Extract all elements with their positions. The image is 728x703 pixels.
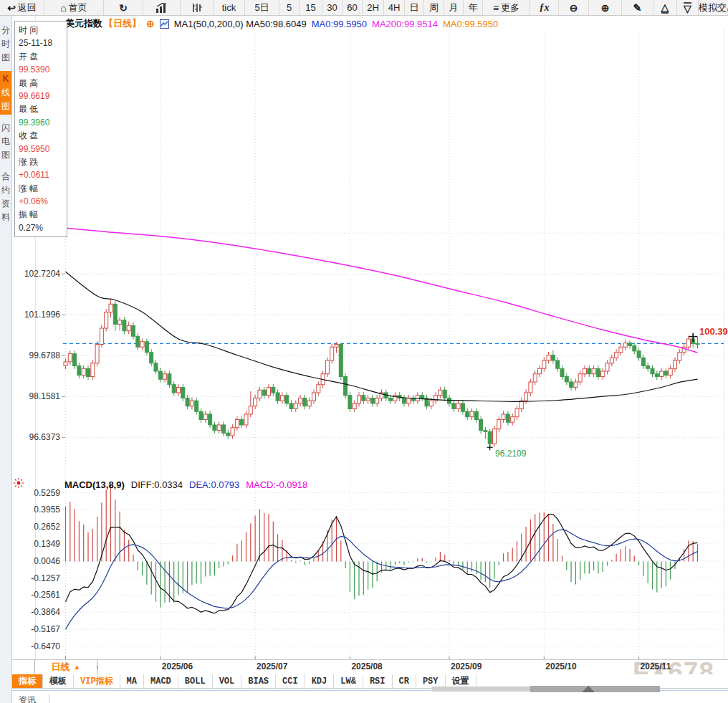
zoom-out-icon: ⊖ bbox=[570, 3, 578, 13]
info-value: 99.3960 bbox=[19, 116, 67, 129]
macd-macd-value: MACD:-0.0918 bbox=[246, 479, 307, 490]
indicator-tab-ma[interactable]: MA bbox=[120, 674, 144, 688]
indicator-tab-模板[interactable]: 模板 bbox=[43, 674, 74, 688]
tab-contract-info[interactable]: 合约资料 bbox=[0, 168, 11, 226]
triangle-up-icon: △ bbox=[661, 2, 669, 14]
macd-diff-value: DIFF:0.0334 bbox=[131, 479, 183, 490]
interval-15-button[interactable]: 15 bbox=[300, 0, 322, 15]
macd-dea-value: DEA:0.0793 bbox=[189, 479, 239, 490]
tab-flash-chart[interactable]: 闪电图 bbox=[0, 120, 11, 163]
interval-week-button-label: 周 bbox=[429, 1, 439, 14]
scrollbar-track[interactable] bbox=[432, 687, 532, 692]
info-value: 99.5950 bbox=[19, 143, 67, 156]
scrollbar-grip-icon[interactable] bbox=[582, 686, 595, 692]
back-icon: ↩ bbox=[7, 3, 16, 13]
interval-5d-button[interactable]: 5日 bbox=[245, 0, 279, 15]
interval-4h-button[interactable]: 4H bbox=[384, 0, 405, 15]
interval-60-button[interactable]: 60 bbox=[343, 0, 363, 15]
quote-info-panel: 时 间25-11-18开 盘99.5390最 高99.6619最 低99.396… bbox=[14, 21, 67, 237]
home-button-label: 首页 bbox=[69, 1, 87, 14]
indicator-settings-icon[interactable] bbox=[13, 477, 24, 489]
menu-icon: ≡ bbox=[493, 3, 499, 13]
ma200-label: MA200:99.9514 bbox=[372, 19, 438, 29]
indicator-tab-kdj[interactable]: KDJ bbox=[305, 674, 335, 688]
info-label: 时 间 bbox=[19, 24, 67, 37]
pencil-icon: ✎ bbox=[633, 3, 642, 13]
indicator-tab-rsi[interactable]: RSI bbox=[363, 674, 393, 688]
ma-settings-label: MA1(50,0,200,0) MA50:98.6049 bbox=[174, 19, 307, 29]
home-icon: ⌂ bbox=[60, 3, 66, 13]
info-value: 99.6619 bbox=[19, 90, 67, 102]
macd-title: MACD(13,8,9) bbox=[64, 479, 125, 490]
info-value: +0.06% bbox=[19, 195, 67, 208]
interval-month-button[interactable]: 月 bbox=[444, 0, 464, 15]
zoom-out-button[interactable]: ⊖ bbox=[559, 0, 589, 15]
chart-canvas[interactable] bbox=[0, 0, 728, 703]
info-value: 0.27% bbox=[19, 221, 67, 234]
interval-week-button[interactable]: 周 bbox=[424, 0, 444, 15]
zoom-in-icon: ⊕ bbox=[601, 3, 610, 13]
interval-2h-button-label: 2H bbox=[367, 2, 379, 13]
news-tab[interactable]: 资讯 bbox=[12, 694, 49, 703]
candlestick-button[interactable] bbox=[181, 0, 214, 15]
info-label: 涨 跌 bbox=[19, 156, 67, 168]
info-label: 振 幅 bbox=[19, 208, 67, 221]
indicator-tab-cci[interactable]: CCI bbox=[276, 674, 305, 688]
back-button-label: 返回 bbox=[18, 1, 37, 14]
interval-5-button[interactable]: 5 bbox=[279, 0, 300, 15]
period-selector-button[interactable]: 日线 ▲ bbox=[34, 660, 97, 674]
tab-time-chart[interactable]: 分时图 bbox=[0, 22, 11, 66]
x-axis-separator bbox=[12, 659, 728, 660]
home-button[interactable]: ⌂首页 bbox=[44, 0, 104, 15]
left-tab-strip: 分时图K线图闪电图合约资料 bbox=[0, 16, 12, 703]
interval-60-button-label: 60 bbox=[347, 2, 357, 13]
more-button-label: 更多 bbox=[501, 1, 519, 14]
interval-day-button[interactable]: 日 bbox=[405, 0, 424, 15]
zoom-in-button[interactable]: ⊕ bbox=[589, 0, 622, 15]
indicator-tab-bias[interactable]: BIAS bbox=[241, 674, 276, 688]
symbol-title: 美元指数 bbox=[65, 17, 102, 30]
macd-header: MACD(13,8,9) DIFF:0.0334 DEA:0.0793 MACD… bbox=[64, 479, 307, 490]
sim-trade-button[interactable]: $模拟交易 bbox=[699, 0, 728, 15]
more-button[interactable]: ≡更多 bbox=[483, 0, 530, 15]
back-button[interactable]: ↩返回 bbox=[0, 0, 44, 15]
interval-4h-button-label: 4H bbox=[388, 2, 401, 13]
tab-kline-chart[interactable]: K线图 bbox=[0, 71, 11, 115]
refresh-icon: ↻ bbox=[119, 3, 128, 13]
interval-tick-button[interactable]: tick bbox=[214, 0, 245, 15]
triangle-up-button[interactable]: △ bbox=[653, 0, 677, 15]
indicator-tab-macd[interactable]: MACD bbox=[144, 674, 178, 688]
ma0-orange-label: MA0:99.5950 bbox=[443, 19, 498, 29]
last-price-label: 100.390 bbox=[699, 326, 728, 337]
indicator-tab-lw[interactable]: LW& bbox=[334, 674, 363, 688]
add-indicator-icon[interactable]: ⊕ bbox=[146, 18, 155, 29]
indicator-tab-vip指标[interactable]: VIP指标 bbox=[74, 674, 120, 688]
triangle-down-button[interactable]: ▽ bbox=[677, 0, 699, 15]
up-triangle-icon: ▲ bbox=[74, 663, 81, 671]
interval-tick-button-label: tick bbox=[222, 2, 236, 13]
bar-chart-button[interactable] bbox=[143, 0, 181, 15]
scrollbar-thumb[interactable] bbox=[530, 686, 660, 692]
period-label: 【日线】 bbox=[104, 17, 141, 30]
info-label: 最 低 bbox=[19, 102, 67, 115]
indicator-tab-boll[interactable]: BOLL bbox=[178, 674, 213, 688]
indicator-fx-button[interactable]: ƒx bbox=[530, 0, 559, 15]
info-label: 涨 幅 bbox=[19, 182, 67, 195]
low-price-label: 96.2109 bbox=[495, 449, 526, 459]
interval-year-button-label: 年 bbox=[469, 1, 478, 14]
interval-2h-button[interactable]: 2H bbox=[363, 0, 384, 15]
interval-30-button[interactable]: 30 bbox=[322, 0, 343, 15]
draw-button[interactable]: ✎ bbox=[622, 0, 653, 15]
indicator-tab-cr[interactable]: CR bbox=[393, 674, 416, 688]
triangle-down-icon: ▽ bbox=[684, 2, 691, 14]
candlestick-icon bbox=[191, 3, 202, 13]
refresh-button[interactable]: ↻ bbox=[104, 0, 143, 15]
interval-15-button-label: 15 bbox=[305, 2, 315, 13]
indicator-tab-指标[interactable]: 指标 bbox=[12, 674, 43, 688]
info-value: 99.5390 bbox=[19, 63, 67, 76]
interval-year-button[interactable]: 年 bbox=[464, 0, 483, 15]
info-value: 25-11-18 bbox=[19, 37, 67, 49]
toolbar: ↩返回⌂首页↻tick5日51530602H4H日周月年≡更多ƒx⊖⊕✎△▽$模… bbox=[0, 0, 728, 16]
interval-day-button-label: 日 bbox=[410, 1, 419, 14]
indicator-tab-vol[interactable]: VOL bbox=[213, 674, 242, 688]
